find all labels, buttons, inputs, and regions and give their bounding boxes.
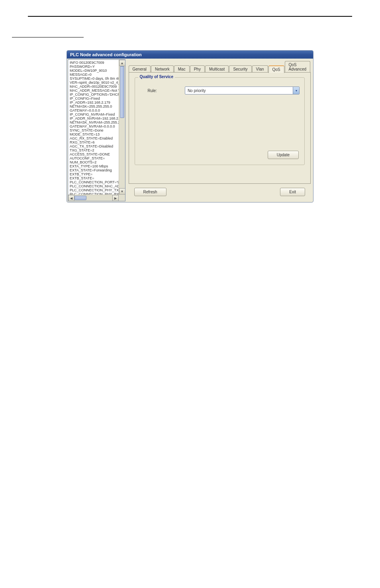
info-line: PASSWORD=Y: [70, 65, 123, 69]
info-line: ACCESS_STATE=DONE: [70, 152, 123, 156]
scroll-thumb-vertical[interactable]: [120, 66, 124, 118]
vertical-scrollbar[interactable]: ▲ ▼: [119, 60, 125, 195]
scroll-right-icon[interactable]: ▶: [112, 195, 119, 201]
info-line: IP_CONFIG_NVRAM=Fixed: [70, 112, 123, 116]
info-line: MAC_ADDR=00120E9C7009: [70, 85, 123, 88]
info-line: MAC_ADDR_MESSAGE=Not Valid. Please, upd: [70, 88, 123, 92]
tab-network[interactable]: Network: [151, 65, 174, 73]
info-line: SYSUPTIME=0 days, 0h 8m 40s: [70, 77, 123, 81]
info-line: NETMASK_NVRAM=255.255.255.0: [70, 120, 123, 124]
tab-security[interactable]: Security: [229, 65, 251, 73]
rule-label: Rule:: [148, 88, 157, 93]
right-panel: GeneralNetworkMacPhyMulticastSecurityVla…: [126, 59, 313, 202]
dialog-title: PLC Node advanced configuration: [70, 52, 142, 57]
tab-phy[interactable]: Phy: [190, 65, 205, 73]
info-line: EXTA_TYPE=100 Mbps: [70, 164, 123, 168]
tab-general[interactable]: General: [129, 65, 151, 73]
update-button[interactable]: Update: [268, 151, 299, 159]
info-line: AGC_TX_STATE=Disabled: [70, 144, 123, 148]
horizontal-scrollbar[interactable]: ◀ ▶: [68, 195, 119, 201]
info-line: MESSAGE=0: [70, 73, 123, 77]
qos-groupbox: Quality of Service Rule: No priority ▾ U…: [135, 77, 305, 165]
info-line: IP_CONFIG_OPTIONS='DHCP','Fixed': [70, 92, 123, 96]
info-line: RXG_STATE=6: [70, 140, 123, 144]
info-line: EXTB_STATE=: [70, 176, 123, 180]
config-dialog: PLC Node advanced configuration INFO 001…: [67, 50, 313, 203]
info-line: EXTB_TYPE=: [70, 172, 123, 176]
dialog-titlebar: PLC Node advanced configuration: [67, 51, 313, 59]
info-line: MODEL=DW10P_9010: [70, 69, 123, 73]
info-line: PLC_CONNECTION_MAC_ADDR='00120E9C7: [70, 184, 123, 188]
tab-qos-advanced[interactable]: QoS Advanced: [285, 61, 310, 73]
info-line: AUTOCONF_STATE=: [70, 156, 123, 160]
info-panel: INFO 00120E9C7009PASSWORD=YMODEL=DW10P_9…: [68, 59, 125, 201]
tab-content-qos: Quality of Service Rule: No priority ▾ U…: [129, 72, 311, 184]
tab-vlan[interactable]: Vlan: [252, 65, 268, 73]
info-line: TXG_STATE=2: [70, 148, 123, 152]
refresh-button[interactable]: Refresh: [134, 188, 166, 196]
scroll-left-icon[interactable]: ◀: [68, 195, 74, 201]
info-line: INFO 00120E9C7009: [70, 61, 123, 65]
info-line: NETMASK=255.255.255.0: [70, 104, 123, 108]
info-line: EXTA_STATE=Forwarding: [70, 168, 123, 172]
info-line: GATEWAY=0.0.0.0: [70, 108, 123, 112]
info-line: NUM_BOOTS=2: [70, 160, 123, 164]
info-line: MODE_STATE=13: [70, 132, 123, 136]
info-line: IP_ADDR_NVRAM=192.168.2.179: [70, 116, 123, 120]
info-line: PLC_CONNECTION_PORT='9': [70, 180, 123, 184]
info-line: GATEWAY_NVRAM=0.0.0.0: [70, 124, 123, 128]
scroll-down-icon[interactable]: ▼: [119, 188, 125, 195]
info-line: PLC_CONNECTION_PHY_TX_XPUT=156 Mbp: [70, 188, 123, 192]
rule-select[interactable]: No priority ▾: [185, 87, 300, 94]
scroll-thumb-horizontal[interactable]: [74, 196, 86, 200]
scroll-up-icon[interactable]: ▲: [119, 60, 125, 66]
tab-mac[interactable]: Mac: [174, 65, 190, 73]
exit-button[interactable]: Exit: [280, 188, 305, 196]
info-line: IP_CONFIG=Fixed: [70, 96, 123, 100]
info-line: AGC_RX_STATE=Enabled: [70, 136, 123, 140]
info-line: SYNC_STATE=Done: [70, 128, 123, 132]
chevron-down-icon[interactable]: ▾: [293, 87, 299, 94]
info-line: VER=spirit_dw10p_9010 v2_4_6_G_cvs: [70, 81, 123, 85]
qos-group-title: Quality of Service: [138, 75, 175, 79]
tab-qos[interactable]: QoS: [268, 65, 284, 73]
info-line: IP_ADDR=192.168.2.179: [70, 100, 123, 104]
rule-select-value: No priority: [185, 88, 293, 93]
tab-multicast[interactable]: Multicast: [205, 65, 229, 73]
tabs-row: GeneralNetworkMacPhyMulticastSecurityVla…: [129, 61, 311, 73]
